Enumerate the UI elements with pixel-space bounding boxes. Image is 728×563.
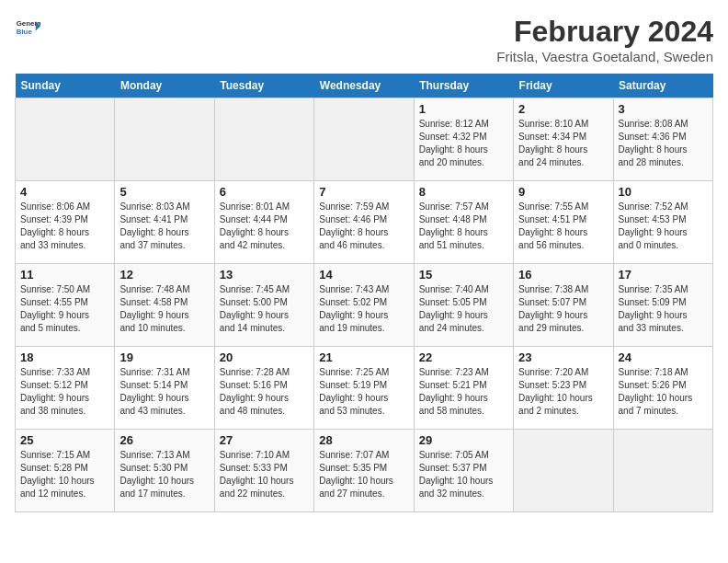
day-cell: 20Sunrise: 7:28 AM Sunset: 5:16 PM Dayli… <box>214 347 313 430</box>
header-cell-friday: Friday <box>514 74 613 98</box>
day-info: Sunrise: 8:03 AM Sunset: 4:41 PM Dayligh… <box>119 201 209 252</box>
day-number: 19 <box>119 350 209 364</box>
day-info: Sunrise: 7:07 AM Sunset: 5:35 PM Dayligh… <box>319 449 408 500</box>
day-cell: 16Sunrise: 7:38 AM Sunset: 5:07 PM Dayli… <box>514 264 613 347</box>
day-number: 16 <box>518 268 608 282</box>
page-header: General Blue February 2024 Fritsla, Vaes… <box>15 15 713 64</box>
day-number: 1 <box>419 102 508 116</box>
day-number: 13 <box>220 268 309 282</box>
day-cell: 2Sunrise: 8:10 AM Sunset: 4:34 PM Daylig… <box>514 98 613 181</box>
week-row-2: 4Sunrise: 8:06 AM Sunset: 4:39 PM Daylig… <box>16 181 713 264</box>
header-cell-wednesday: Wednesday <box>314 74 414 98</box>
svg-text:Blue: Blue <box>17 28 33 36</box>
week-row-1: 1Sunrise: 8:12 AM Sunset: 4:32 PM Daylig… <box>16 98 713 181</box>
day-number: 7 <box>319 185 408 199</box>
day-number: 23 <box>518 350 608 364</box>
day-cell: 11Sunrise: 7:50 AM Sunset: 4:55 PM Dayli… <box>16 264 115 347</box>
day-cell: 28Sunrise: 7:07 AM Sunset: 5:35 PM Dayli… <box>314 430 414 512</box>
day-number: 5 <box>119 185 209 199</box>
day-info: Sunrise: 7:59 AM Sunset: 4:46 PM Dayligh… <box>319 201 408 252</box>
day-info: Sunrise: 7:25 AM Sunset: 5:19 PM Dayligh… <box>319 366 408 418</box>
calendar-header: SundayMondayTuesdayWednesdayThursdayFrid… <box>16 74 713 98</box>
day-cell: 15Sunrise: 7:40 AM Sunset: 5:05 PM Dayli… <box>414 264 513 347</box>
day-number: 4 <box>20 185 109 199</box>
week-row-3: 11Sunrise: 7:50 AM Sunset: 4:55 PM Dayli… <box>16 264 713 347</box>
logo-icon: General Blue <box>15 15 40 40</box>
day-cell: 5Sunrise: 8:03 AM Sunset: 4:41 PM Daylig… <box>115 181 214 264</box>
day-number: 3 <box>619 102 708 116</box>
day-info: Sunrise: 7:15 AM Sunset: 5:28 PM Dayligh… <box>20 449 109 500</box>
day-cell: 9Sunrise: 7:55 AM Sunset: 4:51 PM Daylig… <box>514 181 613 264</box>
day-info: Sunrise: 7:43 AM Sunset: 5:02 PM Dayligh… <box>319 283 408 335</box>
day-info: Sunrise: 7:50 AM Sunset: 4:55 PM Dayligh… <box>20 283 109 335</box>
header-row: SundayMondayTuesdayWednesdayThursdayFrid… <box>16 74 713 98</box>
header-cell-tuesday: Tuesday <box>214 74 313 98</box>
header-cell-saturday: Saturday <box>613 74 712 98</box>
day-cell: 21Sunrise: 7:25 AM Sunset: 5:19 PM Dayli… <box>314 347 414 430</box>
day-number: 8 <box>419 185 508 199</box>
day-cell: 6Sunrise: 8:01 AM Sunset: 4:44 PM Daylig… <box>214 181 313 264</box>
day-info: Sunrise: 7:20 AM Sunset: 5:23 PM Dayligh… <box>518 366 608 418</box>
day-number: 25 <box>20 433 109 447</box>
day-number: 17 <box>619 268 708 282</box>
day-cell: 26Sunrise: 7:13 AM Sunset: 5:30 PM Dayli… <box>115 430 214 512</box>
day-info: Sunrise: 7:55 AM Sunset: 4:51 PM Dayligh… <box>518 201 608 252</box>
header-cell-thursday: Thursday <box>414 74 513 98</box>
day-info: Sunrise: 8:08 AM Sunset: 4:36 PM Dayligh… <box>619 118 708 169</box>
day-cell: 27Sunrise: 7:10 AM Sunset: 5:33 PM Dayli… <box>214 430 313 512</box>
day-cell: 7Sunrise: 7:59 AM Sunset: 4:46 PM Daylig… <box>314 181 414 264</box>
day-number: 20 <box>220 350 309 364</box>
header-cell-sunday: Sunday <box>16 74 115 98</box>
title-block: February 2024 Fritsla, Vaestra Goetaland… <box>496 15 713 64</box>
day-info: Sunrise: 7:28 AM Sunset: 5:16 PM Dayligh… <box>220 366 309 418</box>
day-number: 12 <box>119 268 209 282</box>
day-cell: 8Sunrise: 7:57 AM Sunset: 4:48 PM Daylig… <box>414 181 513 264</box>
logo: General Blue <box>15 15 40 40</box>
day-cell: 18Sunrise: 7:33 AM Sunset: 5:12 PM Dayli… <box>16 347 115 430</box>
day-cell <box>314 98 414 181</box>
day-info: Sunrise: 7:18 AM Sunset: 5:26 PM Dayligh… <box>619 366 708 418</box>
day-number: 6 <box>220 185 309 199</box>
day-number: 15 <box>419 268 508 282</box>
day-cell <box>214 98 313 181</box>
day-info: Sunrise: 7:52 AM Sunset: 4:53 PM Dayligh… <box>619 201 708 252</box>
location-subtitle: Fritsla, Vaestra Goetaland, Sweden <box>496 49 713 64</box>
calendar-table: SundayMondayTuesdayWednesdayThursdayFrid… <box>15 74 713 512</box>
day-info: Sunrise: 8:10 AM Sunset: 4:34 PM Dayligh… <box>518 118 608 169</box>
day-info: Sunrise: 8:01 AM Sunset: 4:44 PM Dayligh… <box>220 201 309 252</box>
day-cell: 25Sunrise: 7:15 AM Sunset: 5:28 PM Dayli… <box>16 430 115 512</box>
day-cell: 22Sunrise: 7:23 AM Sunset: 5:21 PM Dayli… <box>414 347 513 430</box>
day-info: Sunrise: 7:33 AM Sunset: 5:12 PM Dayligh… <box>20 366 109 418</box>
day-cell <box>613 430 712 512</box>
month-title: February 2024 <box>496 15 713 49</box>
day-number: 21 <box>319 350 408 364</box>
day-info: Sunrise: 7:31 AM Sunset: 5:14 PM Dayligh… <box>119 366 209 418</box>
day-info: Sunrise: 8:12 AM Sunset: 4:32 PM Dayligh… <box>419 118 508 169</box>
day-cell: 4Sunrise: 8:06 AM Sunset: 4:39 PM Daylig… <box>16 181 115 264</box>
day-number: 26 <box>119 433 209 447</box>
day-info: Sunrise: 8:06 AM Sunset: 4:39 PM Dayligh… <box>20 201 109 252</box>
day-cell: 24Sunrise: 7:18 AM Sunset: 5:26 PM Dayli… <box>613 347 712 430</box>
day-number: 18 <box>20 350 109 364</box>
day-info: Sunrise: 7:13 AM Sunset: 5:30 PM Dayligh… <box>119 449 209 500</box>
day-info: Sunrise: 7:38 AM Sunset: 5:07 PM Dayligh… <box>518 283 608 335</box>
day-cell: 19Sunrise: 7:31 AM Sunset: 5:14 PM Dayli… <box>115 347 214 430</box>
day-number: 27 <box>220 433 309 447</box>
day-info: Sunrise: 7:48 AM Sunset: 4:58 PM Dayligh… <box>119 283 209 335</box>
day-cell <box>16 98 115 181</box>
day-info: Sunrise: 7:45 AM Sunset: 5:00 PM Dayligh… <box>220 283 309 335</box>
calendar-body: 1Sunrise: 8:12 AM Sunset: 4:32 PM Daylig… <box>16 98 713 512</box>
day-info: Sunrise: 7:10 AM Sunset: 5:33 PM Dayligh… <box>220 449 309 500</box>
day-info: Sunrise: 7:35 AM Sunset: 5:09 PM Dayligh… <box>619 283 708 335</box>
day-cell: 13Sunrise: 7:45 AM Sunset: 5:00 PM Dayli… <box>214 264 313 347</box>
day-number: 2 <box>518 102 608 116</box>
day-cell: 17Sunrise: 7:35 AM Sunset: 5:09 PM Dayli… <box>613 264 712 347</box>
day-info: Sunrise: 7:05 AM Sunset: 5:37 PM Dayligh… <box>419 449 508 500</box>
day-cell <box>115 98 214 181</box>
day-number: 24 <box>619 350 708 364</box>
day-number: 22 <box>419 350 508 364</box>
day-number: 29 <box>419 433 508 447</box>
day-info: Sunrise: 7:23 AM Sunset: 5:21 PM Dayligh… <box>419 366 508 418</box>
week-row-5: 25Sunrise: 7:15 AM Sunset: 5:28 PM Dayli… <box>16 430 713 512</box>
day-cell: 29Sunrise: 7:05 AM Sunset: 5:37 PM Dayli… <box>414 430 513 512</box>
